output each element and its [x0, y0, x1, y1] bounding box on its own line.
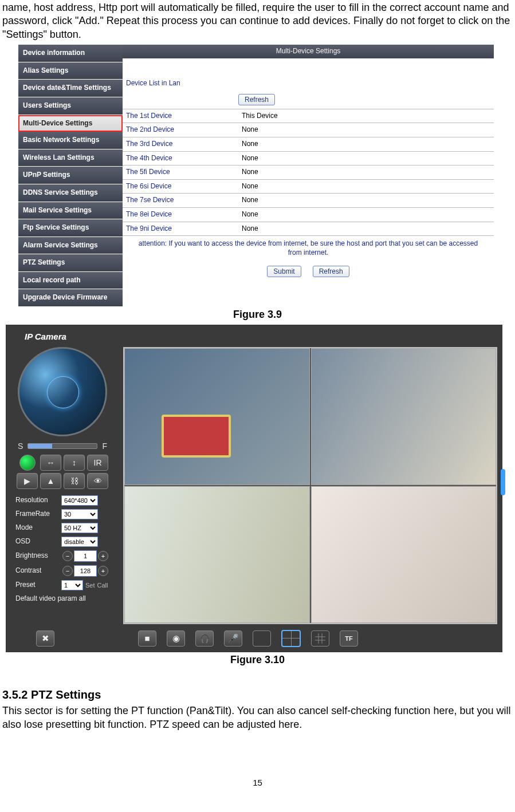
mode-select[interactable]: 50 HZ: [61, 523, 98, 533]
video-multiview: DONNY &MARIE: [123, 347, 497, 624]
device-slot-label[interactable]: The 8ei Device: [123, 207, 238, 222]
pan-horizontal-icon[interactable]: ↔: [40, 455, 61, 471]
attention-text: attention: If you want to access the dev…: [123, 236, 494, 261]
table-row: The 2nd DeviceNone: [123, 123, 494, 137]
device-slot-value: None: [238, 194, 494, 208]
device-slot-value: None: [238, 165, 494, 180]
audio-icon[interactable]: 🎧: [195, 630, 214, 647]
device-slot-label[interactable]: The 7se Device: [123, 194, 238, 208]
nav-ddns-service-settings[interactable]: DDNS Service Settings: [18, 184, 123, 202]
nav-basic-network-settings[interactable]: Basic Network Settings: [18, 132, 123, 149]
table-row: The 7se DeviceNone: [123, 194, 494, 208]
resolution-select[interactable]: 640*480: [61, 495, 98, 506]
nav-ptz-settings[interactable]: PTZ Settings: [18, 254, 123, 272]
record-icon[interactable]: ■: [138, 630, 156, 647]
figure-3-10-caption: Figure 3.10: [2, 653, 513, 667]
device-slot-value: None: [238, 151, 494, 165]
flip-vertical-icon[interactable]: ▲: [40, 473, 61, 489]
contrast-minus-icon[interactable]: −: [62, 566, 73, 576]
table-row: The 6si DeviceNone: [123, 179, 494, 194]
device-slot-value: None: [238, 207, 494, 222]
layout-3x3-icon[interactable]: [311, 630, 329, 647]
speed-slider[interactable]: [27, 443, 97, 449]
ip-camera-title: IP Camera: [25, 331, 497, 342]
preset-set-button[interactable]: Set: [85, 581, 95, 589]
table-row: The 5fi DeviceNone: [123, 165, 494, 180]
section-heading: 3.5.2 PTZ Settings: [2, 687, 513, 702]
pan-vertical-icon[interactable]: ↕: [64, 455, 85, 471]
contrast-plus-icon[interactable]: +: [98, 566, 108, 576]
view-icon[interactable]: 👁: [87, 473, 108, 489]
settings-nav: Device information Alias Settings Device…: [18, 45, 123, 307]
label-preset: Preset: [15, 581, 61, 590]
record-indicator-icon[interactable]: [19, 455, 36, 471]
panel-title: Multi-Device Settings: [123, 45, 494, 58]
contrast-input[interactable]: [74, 565, 97, 577]
speed-fast-label: F: [102, 441, 107, 451]
nav-alarm-service-settings[interactable]: Alarm Service Settings: [18, 237, 123, 255]
osd-select[interactable]: disable: [61, 537, 98, 547]
nav-upgrade-device-firmware[interactable]: Upgrade Device Firmware: [18, 289, 123, 307]
intro-paragraph: name, host address, Http port will autom…: [2, 1, 513, 41]
preset-select[interactable]: 1: [61, 580, 83, 590]
bottom-toolbar: ✖ ■ ◉ 🎧 🎤 TF: [11, 629, 497, 647]
ptz-direction-wheel[interactable]: [18, 347, 107, 436]
device-slot-label[interactable]: The 6si Device: [123, 179, 238, 194]
nav-alias-settings[interactable]: Alias Settings: [18, 62, 123, 80]
label-contrast: Contrast: [15, 566, 61, 576]
nav-device-information[interactable]: Device information: [18, 45, 123, 62]
device-slot-value: None: [238, 123, 494, 137]
layout-1x1-icon[interactable]: [253, 630, 271, 647]
nav-wireless-lan-settings[interactable]: Wireless Lan Settings: [18, 149, 123, 167]
refresh-button-bottom[interactable]: Refresh: [313, 266, 349, 277]
device-slot-label[interactable]: The 1st Device: [123, 109, 238, 123]
table-row: The 3rd DeviceNone: [123, 137, 494, 151]
ir-toggle-icon[interactable]: IR: [87, 455, 108, 471]
framerate-select[interactable]: 30: [61, 509, 98, 519]
brightness-plus-icon[interactable]: +: [98, 551, 108, 561]
device-slot-value: This Device: [238, 109, 494, 123]
pane1-sign-text: DONNY &MARIE: [167, 442, 219, 449]
scrollbar-thumb[interactable]: [501, 469, 505, 495]
figure-3-10: IP Camera S F ↔ ↕ IR ▶ ▲ ⛓ 👁 Resolution …: [6, 325, 502, 652]
device-table: The 1st DeviceThis Device The 2nd Device…: [123, 109, 494, 236]
tf-card-icon[interactable]: TF: [340, 630, 358, 647]
device-list-lan-label: Device List in Lan: [123, 58, 235, 109]
mic-icon[interactable]: 🎤: [224, 630, 242, 647]
nav-upnp-settings[interactable]: UPnP Settings: [18, 167, 123, 184]
speed-slow-label: S: [18, 441, 23, 451]
nav-multi-device-settings[interactable]: Multi-Device Settings: [18, 115, 123, 132]
device-slot-value: None: [238, 137, 494, 151]
tools-icon[interactable]: ✖: [36, 630, 54, 647]
device-slot-label[interactable]: The 9ni Device: [123, 222, 238, 236]
submit-button[interactable]: Submit: [267, 266, 301, 277]
device-slot-label[interactable]: The 4th Device: [123, 151, 238, 165]
device-slot-label[interactable]: The 3rd Device: [123, 137, 238, 151]
video-pane-2[interactable]: [311, 348, 497, 485]
video-pane-4[interactable]: [311, 486, 497, 623]
snapshot-icon[interactable]: ◉: [167, 630, 185, 647]
figure-3-9: Device information Alias Settings Device…: [18, 45, 494, 307]
nav-users-settings[interactable]: Users Settings: [18, 97, 123, 115]
layout-2x2-icon[interactable]: [281, 630, 301, 647]
device-slot-label[interactable]: The 2nd Device: [123, 123, 238, 137]
play-icon[interactable]: ▶: [17, 473, 38, 489]
figure-3-9-caption: Figure 3.9: [2, 308, 513, 321]
refresh-button-top[interactable]: Refresh: [238, 94, 275, 105]
label-mode: Mode: [15, 523, 61, 533]
brightness-minus-icon[interactable]: −: [62, 551, 73, 561]
video-pane-3[interactable]: [124, 486, 310, 623]
default-video-param-link[interactable]: Default video param all: [11, 592, 114, 606]
nav-mail-service-settings[interactable]: Mail Service Settings: [18, 202, 123, 220]
nav-device-date-time[interactable]: Device date&Time Settings: [18, 80, 123, 97]
brightness-input[interactable]: [74, 550, 97, 562]
nav-local-record-path[interactable]: Local record path: [18, 272, 123, 290]
link-icon[interactable]: ⛓: [64, 473, 85, 489]
device-slot-value: None: [238, 222, 494, 236]
preset-call-button[interactable]: Call: [97, 581, 108, 589]
table-row: The 4th DeviceNone: [123, 151, 494, 165]
device-slot-label[interactable]: The 5fi Device: [123, 165, 238, 180]
nav-ftp-service-settings[interactable]: Ftp Service Settings: [18, 219, 123, 237]
video-pane-1[interactable]: DONNY &MARIE: [124, 348, 310, 485]
label-resolution: Resolution: [15, 496, 61, 505]
